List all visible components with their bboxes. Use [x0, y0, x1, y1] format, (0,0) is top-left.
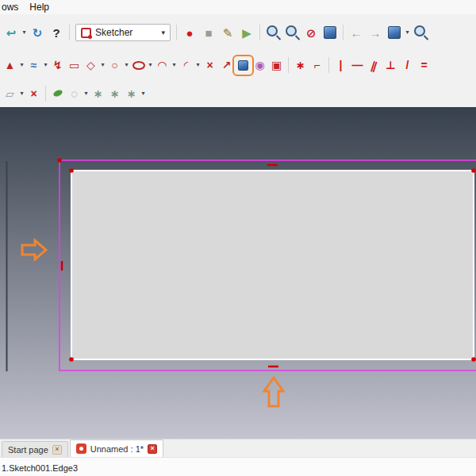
dropdown-caret-icon[interactable]: ▾	[171, 57, 178, 74]
tab-unnamed-document[interactable]: Unnamed : 1* ×	[70, 440, 163, 457]
external-geometry-icon[interactable]	[235, 57, 251, 74]
3d-viewport[interactable]	[0, 107, 476, 439]
toolbar-sketcher-tools: ▱▾×◌▾∗∗∗▾	[0, 79, 476, 107]
constrain-parallel-icon[interactable]: ∥	[363, 55, 384, 75]
create-fillet-icon[interactable]: ◜	[178, 57, 194, 74]
workbench-selector[interactable]: Sketcher ▾	[75, 24, 171, 41]
menu-windows[interactable]: ows	[0, 0, 24, 14]
carbon-copy-icon[interactable]: ◉	[251, 57, 268, 74]
toolbar-separator	[176, 25, 177, 40]
create-ellipse-icon[interactable]	[130, 57, 147, 74]
tab-label: Start page	[8, 445, 48, 455]
constrain-perpendicular-icon[interactable]: ⊥	[382, 57, 399, 74]
view-forward-icon[interactable]: →	[366, 23, 385, 42]
macro-run-icon[interactable]: ▶	[237, 23, 256, 42]
axonometric-view-icon[interactable]	[385, 23, 404, 42]
sketch-face[interactable]	[71, 171, 474, 359]
toolbar-standard: ↩▾↻? Sketcher ▾ ●■✎▶⊘←→▾	[0, 14, 476, 51]
tab-label: Unnamed : 1*	[90, 444, 144, 454]
clone-tools-icon[interactable]: ▱	[2, 85, 18, 102]
freecad-file-icon	[76, 443, 86, 454]
dropdown-caret-icon[interactable]: ▾	[404, 23, 411, 42]
close-icon[interactable]: ×	[52, 445, 62, 455]
create-arc-icon[interactable]: ◠	[154, 57, 171, 74]
bspline-degree-icon[interactable]: ∗	[90, 85, 106, 102]
workbench-selector-value: Sketcher	[95, 27, 132, 38]
toolbar-sketcher-geometry: ▲▾≈▾↯▭◇▾○▾▾◠▾◜▾×↗◉▣∗⌐|—∥⊥/=	[0, 51, 476, 79]
sketch-vertex[interactable]	[57, 158, 62, 163]
dropdown-caret-icon[interactable]: ▾	[18, 57, 25, 74]
zoom-selection-icon[interactable]	[282, 23, 301, 42]
sketch-vertex[interactable]	[69, 357, 74, 362]
close-icon[interactable]: ×	[148, 444, 157, 454]
constrain-point-on-object-icon[interactable]: ⌐	[309, 57, 325, 74]
document-tab-bar: Start page × Unnamed : 1* ×	[0, 439, 476, 457]
freecad-window: ows Help ↩▾↻? Sketcher ▾ ●■✎▶⊘←→▾ ▲▾≈▾↯▭…	[0, 0, 476, 476]
create-polyline-icon[interactable]: ↯	[49, 57, 66, 74]
create-circle-icon[interactable]: ○	[106, 57, 123, 74]
toolbar-separator	[288, 57, 289, 73]
constrain-coincident-icon[interactable]: ∗	[292, 57, 309, 74]
dropdown-caret-icon[interactable]: ▾	[99, 57, 106, 74]
whats-this-icon[interactable]: ?	[47, 23, 66, 42]
constrain-vertical-icon[interactable]: |	[332, 57, 349, 74]
zoom-window-icon[interactable]	[411, 23, 430, 42]
dropdown-caret-icon[interactable]: ▾	[194, 57, 202, 74]
macro-edit-icon[interactable]: ✎	[218, 23, 237, 42]
constrain-tangent-icon[interactable]: /	[399, 57, 416, 74]
create-polygon-icon[interactable]: ◇	[83, 57, 99, 74]
status-bar: 1.Sketch001.Edge3	[0, 457, 476, 476]
toolbar-separator	[328, 57, 329, 73]
menu-help[interactable]: Help	[24, 0, 55, 14]
toolbar-separator	[259, 25, 260, 40]
remove-axes-alignment-icon[interactable]: ×	[25, 85, 42, 102]
macro-record-icon[interactable]: ●	[180, 23, 199, 42]
view-back-icon[interactable]: ←	[347, 23, 366, 42]
dropdown-caret-icon[interactable]: ▾	[18, 85, 25, 102]
menu-bar: ows Help	[0, 0, 476, 14]
toolbar-separator	[69, 25, 70, 40]
tab-start-page[interactable]: Start page ×	[2, 441, 68, 457]
sync-view-icon[interactable]	[321, 23, 340, 42]
constrain-horizontal-icon[interactable]: —	[349, 57, 366, 74]
toolbar-separator	[343, 25, 344, 40]
dropdown-caret-icon[interactable]: ▾	[42, 57, 49, 74]
sketch-vertex[interactable]	[471, 168, 476, 173]
select-elements-icon[interactable]: ▣	[268, 57, 285, 74]
refresh-icon[interactable]: ↻	[28, 23, 47, 42]
internal-geometry-icon[interactable]: ◌	[66, 85, 83, 102]
dropdown-caret-icon[interactable]: ▾	[140, 85, 147, 102]
dropdown-caret-icon[interactable]: ▾	[123, 57, 130, 74]
toolbar-separator	[45, 86, 46, 102]
sketch-vertex[interactable]	[69, 168, 74, 173]
nav-back-icon[interactable]: ↩	[2, 23, 21, 42]
create-bspline-icon[interactable]: ≈	[25, 57, 42, 74]
status-hover-path: 1.Sketch001.Edge3	[2, 463, 78, 473]
toggle-driving-constraint-icon[interactable]	[49, 85, 66, 102]
zoom-fit-icon[interactable]	[263, 23, 282, 42]
dropdown-caret-icon[interactable]: ▾	[21, 23, 28, 42]
dropdown-caret-icon[interactable]: ▾	[83, 85, 90, 102]
sketcher-workbench-icon	[81, 28, 91, 38]
bspline-control-polygon-icon[interactable]: ∗	[106, 85, 123, 102]
sketch-vertex[interactable]	[471, 357, 476, 362]
constrain-equal-icon[interactable]: =	[416, 57, 432, 74]
dropdown-caret-icon[interactable]: ▾	[147, 57, 154, 74]
create-rectangle-icon[interactable]: ▭	[66, 57, 83, 74]
create-conic-icon[interactable]: ▲	[2, 57, 18, 74]
chevron-down-icon: ▾	[161, 29, 165, 36]
trim-edge-icon[interactable]: ×	[202, 57, 218, 74]
clipping-plane-icon[interactable]: ⊘	[301, 23, 321, 42]
extend-edge-icon[interactable]: ↗	[218, 57, 235, 74]
macro-stop-icon[interactable]: ■	[199, 23, 218, 42]
bspline-comb-icon[interactable]: ∗	[123, 85, 140, 102]
